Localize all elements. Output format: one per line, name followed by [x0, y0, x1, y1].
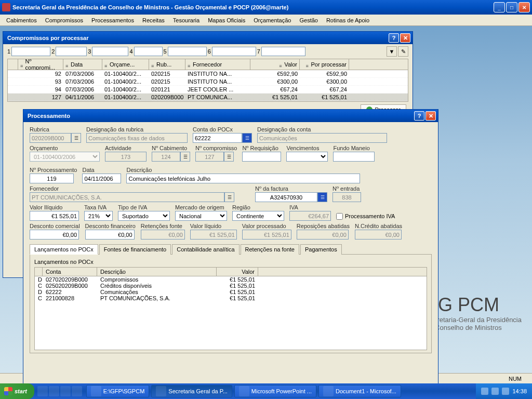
- ncomp-lookup-button[interactable]: ☰: [224, 152, 234, 162]
- regiao-select[interactable]: Continente: [232, 211, 284, 221]
- dialog-close-button[interactable]: ✕: [400, 33, 410, 43]
- close-button[interactable]: ✕: [518, 2, 530, 12]
- poc-row[interactable]: D 027020209B000 Compromissos €1 525,01: [35, 276, 427, 283]
- rubrica-lookup-button[interactable]: ☰: [71, 133, 81, 143]
- col-rub[interactable]: Rub...: [156, 61, 171, 68]
- menu-orcamentacao[interactable]: Orçamentação: [249, 16, 295, 24]
- label-rubrica: Rubrica: [30, 126, 81, 132]
- menu-cabimentos[interactable]: Cabimentos: [2, 16, 41, 24]
- table-row[interactable]: 94 07/03/2006 01-100400/2... 020121 JEET…: [8, 86, 408, 94]
- label-ncab: Nº Cabimento: [152, 145, 190, 151]
- poc-col-valor[interactable]: Valor: [217, 268, 258, 276]
- conta-lookup-button[interactable]: ☰: [242, 133, 252, 143]
- prociva-check[interactable]: [336, 213, 343, 220]
- tipoiva-select[interactable]: Suportado: [118, 211, 170, 221]
- act-field: [105, 152, 147, 162]
- sort-icon[interactable]: [104, 62, 109, 66]
- menu-compromissos[interactable]: Compromissos: [41, 16, 87, 24]
- taxa-select[interactable]: 21%: [84, 211, 113, 221]
- help-button[interactable]: ?: [414, 111, 424, 121]
- merc-select[interactable]: Nacional: [175, 211, 227, 221]
- menu-gestao[interactable]: Gestão: [295, 16, 322, 24]
- filter-input-2[interactable]: [56, 47, 87, 56]
- poc-row[interactable]: D 62222 Comunicações €1 525,01: [35, 289, 427, 295]
- tab-fontes[interactable]: Fontes de financiamento: [99, 244, 171, 255]
- sort-icon[interactable]: [20, 62, 24, 66]
- processamento-dialog: Processamento ? ✕ Rubrica ☰ Designação d…: [23, 109, 438, 390]
- tab-lancamentos[interactable]: Lançamentos no POCx: [30, 244, 98, 255]
- table-row[interactable]: 92 07/03/2006 01-100400/2... 020215 INST…: [8, 70, 408, 78]
- filter-input-6[interactable]: [212, 47, 256, 56]
- menu-rotinas[interactable]: Rotinas de Apoio: [322, 16, 374, 24]
- dfin-field[interactable]: [85, 230, 135, 240]
- fundo-field[interactable]: [333, 152, 375, 162]
- col-forn[interactable]: Fornecedor: [193, 61, 222, 68]
- filter-apply-button[interactable]: ▼: [387, 46, 397, 57]
- filter-input-4[interactable]: [134, 47, 163, 56]
- ql-item[interactable]: [49, 386, 59, 396]
- menu-tesouraria[interactable]: Tesouraria: [169, 16, 204, 24]
- label-forn: Fornecedor: [30, 185, 234, 192]
- poc-col-descr[interactable]: Descrição: [97, 268, 217, 276]
- menu-processamentos[interactable]: Processamentos: [87, 16, 138, 24]
- filter-input-7[interactable]: [261, 47, 305, 56]
- vil-field[interactable]: [30, 211, 79, 221]
- sort-icon[interactable]: [151, 62, 155, 66]
- maximize-button[interactable]: □: [506, 2, 517, 12]
- nfact-lookup-button[interactable]: ☰: [317, 192, 327, 202]
- sort-icon[interactable]: [65, 62, 70, 66]
- ql-item[interactable]: [60, 386, 71, 396]
- poc-row[interactable]: C 221000828 PT COMUNICAÇÕES, S.A. €1 525…: [35, 295, 427, 301]
- ql-item[interactable]: [37, 386, 48, 396]
- filter-input-3[interactable]: [92, 47, 128, 56]
- sort-icon[interactable]: [306, 62, 310, 66]
- col-orc[interactable]: Orçame...: [110, 61, 135, 68]
- compromissos-grid: Nº compromi... Data Orçame... Rub... For…: [7, 59, 408, 102]
- prociva-checkbox[interactable]: Processamento IVA: [336, 211, 395, 221]
- sort-icon[interactable]: [188, 62, 192, 66]
- forn-lookup-button[interactable]: ☰: [224, 192, 234, 202]
- start-button[interactable]: start: [0, 383, 34, 399]
- task-explorer[interactable]: E:\GFP\SGPCM: [86, 385, 149, 397]
- col-ncomp[interactable]: Nº compromi...: [25, 59, 61, 70]
- ncab-field: [152, 152, 180, 162]
- task-powerpoint[interactable]: Microsoft PowerPoint ...: [234, 385, 316, 397]
- nreq-field[interactable]: [242, 152, 281, 162]
- clock[interactable]: 14:38: [512, 388, 527, 394]
- dialog-close-button[interactable]: ✕: [425, 111, 436, 121]
- conta-field[interactable]: [193, 133, 242, 143]
- label-nproc: Nº Processamento: [30, 167, 77, 173]
- tab-retencoes[interactable]: Retenções na fonte: [241, 244, 299, 255]
- table-row[interactable]: 127 04/11/2006 01-100400/2... 020209B000…: [8, 94, 408, 101]
- filter-input-1[interactable]: [11, 47, 50, 56]
- ncab-lookup-button[interactable]: ☰: [180, 152, 190, 162]
- ql-item[interactable]: [72, 386, 82, 396]
- task-sgpcm[interactable]: Secretaria Geral da P...: [151, 385, 232, 397]
- col-pp[interactable]: Por processar: [311, 61, 347, 68]
- help-button[interactable]: ?: [389, 33, 399, 43]
- tray-icon[interactable]: [502, 388, 509, 395]
- sort-icon[interactable]: [279, 62, 283, 66]
- label-desig-conta: Designação da conta: [257, 126, 387, 132]
- menu-mapas[interactable]: Mapas Oficiais: [204, 16, 249, 24]
- dcom-field[interactable]: [30, 230, 79, 240]
- tab-pagamentos[interactable]: Pagamentos: [300, 244, 342, 255]
- col-data[interactable]: Data: [71, 61, 83, 68]
- venc-select[interactable]: [286, 152, 328, 162]
- minimize-button[interactable]: _: [494, 2, 505, 12]
- poc-row[interactable]: C 025020209B000 Créditos disponíveis €1 …: [35, 283, 427, 289]
- data-field[interactable]: [82, 174, 121, 183]
- descr-field[interactable]: [126, 174, 360, 183]
- filter-input-5[interactable]: [168, 47, 207, 56]
- nfact-field[interactable]: [255, 192, 317, 202]
- tray-icon[interactable]: [491, 388, 499, 395]
- col-valor[interactable]: Valor: [284, 61, 297, 68]
- filter-clear-button[interactable]: ✎: [398, 46, 408, 57]
- nproc-field[interactable]: [30, 174, 74, 183]
- task-word[interactable]: Document1 - Microsof...: [318, 385, 401, 397]
- tab-contabilidade[interactable]: Contabilidade analítica: [172, 244, 239, 255]
- tray-icon[interactable]: [481, 388, 488, 395]
- table-row[interactable]: 93 07/03/2006 01-100400/2... 020215 INST…: [8, 78, 408, 86]
- menu-receitas[interactable]: Receitas: [138, 16, 169, 24]
- poc-col-conta[interactable]: Conta: [43, 268, 97, 276]
